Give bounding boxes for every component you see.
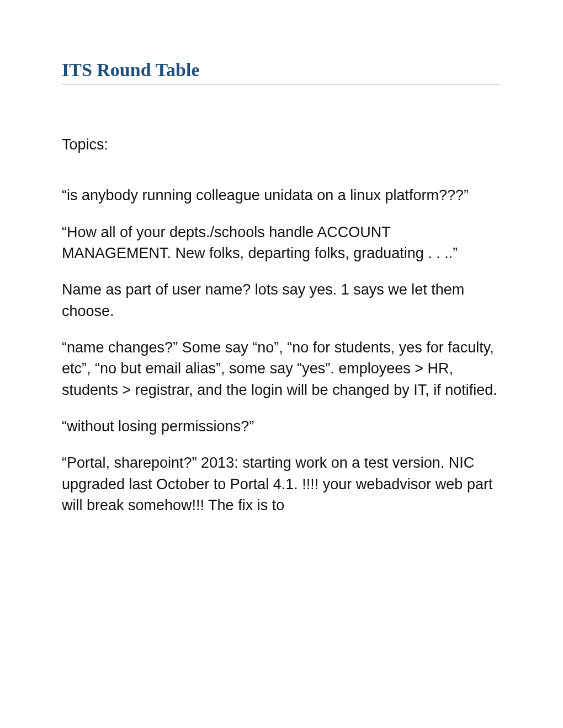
topics-label: Topics: <box>62 134 501 155</box>
paragraph-1: “is anybody running colleague unidata on… <box>62 185 501 206</box>
paragraph-6: “Portal, sharepoint?” 2013: starting wor… <box>62 452 501 516</box>
paragraph-4: “name changes?” Some say “no”, “no for s… <box>62 337 501 400</box>
paragraph-5: “without losing permissions?” <box>62 416 501 437</box>
paragraph-2: “How all of your depts./schools handle A… <box>62 222 501 264</box>
document-title: ITS Round Table <box>62 60 501 84</box>
paragraph-3: Name as part of user name? lots say yes.… <box>62 279 501 322</box>
